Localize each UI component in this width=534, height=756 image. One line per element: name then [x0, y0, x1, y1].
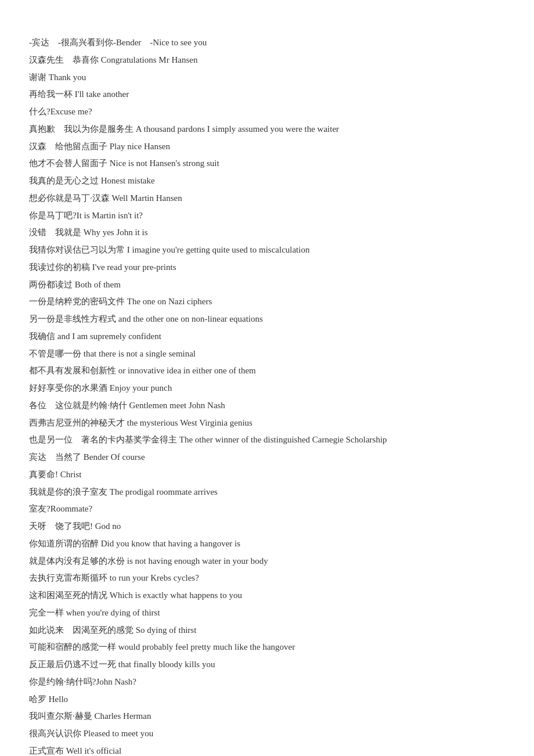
subtitle-line: 两份都读过 Both of them: [29, 277, 505, 293]
subtitle-line: 西弗吉尼亚州的神秘天才 the mysterious West Virginia…: [29, 415, 505, 431]
subtitle-line: 我真的是无心之过 Honest mistake: [29, 173, 505, 189]
subtitle-line: 反正最后仍逃不过一死 that finally bloody kills you: [29, 657, 505, 673]
subtitle-line: 都不具有发展和创新性 or innovative idea in either …: [29, 363, 505, 379]
subtitle-line: 我就是你的浪子室友 The prodigal roommate arrives: [29, 484, 505, 501]
subtitle-line: 汉森 给他留点面子 Play nice Hansen: [29, 139, 505, 155]
subtitle-line: 天呀 饶了我吧! God no: [29, 519, 505, 535]
subtitle-line: 哈罗 Hello: [29, 692, 505, 708]
subtitle-line: 汉森先生 恭喜你 Congratulations Mr Hansen: [29, 52, 505, 69]
subtitle-line: 我确信 and I am supremely confident: [29, 329, 505, 345]
subtitle-line: 你知道所谓的宿醉 Did you know that having a hang…: [29, 536, 505, 552]
subtitle-line: 谢谢 Thank you: [29, 70, 505, 86]
subtitle-line: 再给我一杯 I'll take another: [29, 87, 505, 103]
subtitle-line: 各位 这位就是约翰·纳什 Gentlemen meet John Nash: [29, 398, 505, 414]
subtitle-line: -宾达 -很高兴看到你-Bender -Nice to see you: [29, 35, 505, 51]
subtitle-line: 可能和宿醉的感觉一样 would probably feel pretty mu…: [29, 639, 505, 656]
subtitle-line: 很高兴认识你 Pleased to meet you: [29, 726, 505, 742]
subtitle-line: 他才不会替人留面子 Nice is not Hansen's strong su…: [29, 156, 505, 172]
subtitle-line: 你是约翰·纳什吗?John Nash?: [29, 674, 505, 690]
subtitle-line: 完全一样 when you're dying of thirst: [29, 605, 505, 621]
subtitle-line: 宾达 当然了 Bender Of course: [29, 449, 505, 466]
subtitle-line: 我叫查尔斯·赫曼 Charles Herman: [29, 708, 505, 725]
subtitle-line: 去执行克雷布斯循环 to run your Krebs cycles?: [29, 570, 505, 586]
subtitle-line: 真抱歉 我以为你是服务生 A thousand pardons I simply…: [29, 121, 505, 138]
subtitle-line: 什么?Excuse me?: [29, 104, 505, 120]
subtitle-line: 想必你就是马丁·汉森 Well Martin Hansen: [29, 190, 505, 207]
subtitle-line: 我读过你的初稿 I've read your pre-prints: [29, 260, 505, 276]
subtitle-line: 如此说来 因渴至死的感觉 So dying of thirst: [29, 622, 505, 639]
subtitle-line: 另一份是非线性方程式 and the other one on non-line…: [29, 311, 505, 327]
subtitle-line: 也是另一位 著名的卡内基奖学金得主 The other winner of th…: [29, 432, 505, 448]
subtitle-line: 不管是哪一份 that there is not a single semina…: [29, 346, 505, 362]
subtitle-container: -宾达 -很高兴看到你-Bender -Nice to see you汉森先生 …: [29, 35, 505, 756]
subtitle-line: 你是马丁吧?It is Martin isn't it?: [29, 208, 505, 224]
subtitle-line: 室友?Roommate?: [29, 501, 505, 517]
subtitle-line: 没错 我就是 Why yes John it is: [29, 225, 505, 241]
subtitle-line: 这和困渴至死的情况 Which is exactly what happens …: [29, 588, 505, 604]
subtitle-line: 我猜你对误估已习以为常 I imagine you're getting qui…: [29, 242, 505, 258]
subtitle-line: 好好享受你的水果酒 Enjoy your punch: [29, 380, 505, 397]
subtitle-line: 正式宣布 Well it's official: [29, 743, 505, 756]
subtitle-line: 就是体内没有足够的水份 is not having enough water i…: [29, 553, 505, 570]
subtitle-line: 真要命! Christ: [29, 467, 505, 483]
subtitle-line: 一份是纳粹党的密码文件 The one on Nazi ciphers: [29, 294, 505, 310]
